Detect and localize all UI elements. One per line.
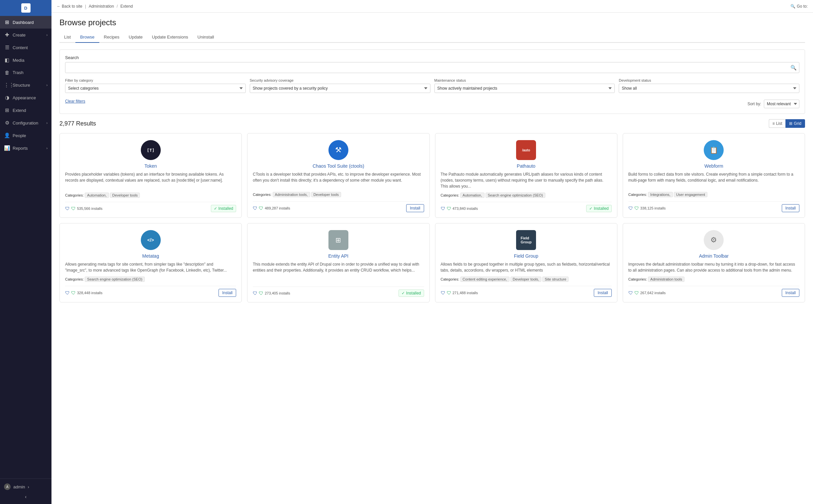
- back-to-site-link[interactable]: ← Back to site: [57, 4, 82, 9]
- category-tag[interactable]: Automation,: [85, 193, 109, 198]
- admin-user-row[interactable]: A admin ›: [3, 481, 49, 492]
- sidebar-item-appearance[interactable]: ◑ Appearance: [0, 91, 51, 104]
- clear-filters-link[interactable]: Clear filters: [65, 99, 85, 106]
- breadcrumb-extend[interactable]: Extend: [121, 4, 133, 9]
- sidebar-item-dashboard[interactable]: ⊞ Dashboard: [0, 16, 51, 29]
- card-footer: 🛡 🛡 489,287 installs Install: [253, 201, 424, 212]
- category-tag[interactable]: Integrations,: [648, 192, 673, 197]
- search-submit-button[interactable]: 🔍: [790, 65, 797, 71]
- sidebar-item-people[interactable]: 👤 People: [0, 129, 51, 142]
- sidebar-item-structure[interactable]: ⋮⋮ Structure ›: [0, 79, 51, 91]
- card-installs: 🛡 🛡 489,287 installs: [253, 206, 290, 211]
- shield-blue-icon: 🛡: [441, 206, 445, 211]
- sidebar-item-content[interactable]: ☰ Content: [0, 41, 51, 54]
- install-button[interactable]: Install: [406, 204, 424, 212]
- card-title[interactable]: Metatag: [65, 253, 236, 259]
- card-field-group: FieldGroup Field Group Allows fields to …: [435, 223, 617, 302]
- tab-update[interactable]: Update: [124, 32, 147, 43]
- shield-blue-icon: 🛡: [628, 206, 633, 211]
- tab-list[interactable]: List: [59, 32, 75, 43]
- grid-view-button[interactable]: ⊞ Grid: [785, 119, 805, 128]
- card-icon-wrap: ⚙: [628, 230, 799, 250]
- trash-icon: 🗑: [4, 70, 10, 75]
- category-tag[interactable]: Developer tools: [311, 192, 341, 197]
- admin-label: admin: [13, 484, 25, 489]
- install-button[interactable]: Install: [782, 204, 799, 212]
- card-categories: Categories: Integrations,User engagement: [628, 192, 799, 198]
- development-filter-select[interactable]: Show all: [619, 84, 799, 93]
- collapse-icon: ‹: [25, 494, 27, 499]
- security-filter-select[interactable]: Show projects covered by a security poli…: [250, 84, 430, 93]
- card-title[interactable]: Webform: [628, 163, 799, 169]
- breadcrumb-administration[interactable]: Administration: [89, 4, 114, 9]
- list-view-button[interactable]: ≡ List: [769, 119, 786, 128]
- category-tag[interactable]: User engagement: [674, 192, 707, 197]
- shield-blue-icon: 🛡: [253, 206, 257, 211]
- tabs-bar: List Browse Recipes Update Update Extens…: [59, 32, 805, 43]
- category-tag[interactable]: Automation,: [460, 193, 485, 198]
- card-entity-api: ⊞ Entity API This module extends the ent…: [247, 223, 429, 302]
- card-title[interactable]: Chaos Tool Suite (ctools): [253, 163, 424, 169]
- appearance-icon: ◑: [4, 95, 10, 101]
- card-categories: Categories: Automation,Search engine opt…: [441, 193, 612, 199]
- category-tag[interactable]: Site structure: [542, 277, 569, 282]
- chevron-right-icon: ›: [46, 121, 47, 125]
- category-tag[interactable]: Search engine optimization (SEO): [486, 193, 545, 198]
- category-tag[interactable]: Administration tools: [648, 277, 684, 282]
- card-description: This module extends the entity API of Dr…: [253, 261, 424, 283]
- category-tag[interactable]: Developer tools: [110, 193, 140, 198]
- category-tag[interactable]: Administration tools,: [273, 192, 310, 197]
- sidebar-item-create[interactable]: ✚ Create ›: [0, 29, 51, 41]
- sidebar-item-configuration[interactable]: ⚙ Configuration ›: [0, 117, 51, 129]
- card-footer: 🛡 🛡 271,488 installs Install: [441, 286, 612, 297]
- card-icon-wrap: 📋: [628, 140, 799, 160]
- tab-update-extensions[interactable]: Update Extensions: [147, 32, 193, 43]
- installs-count: 328,448 installs: [77, 291, 102, 295]
- shield-green-icon: 🛡: [447, 206, 451, 211]
- sidebar-item-media[interactable]: ◧ Media: [0, 54, 51, 66]
- install-button[interactable]: Install: [594, 289, 611, 297]
- sidebar-item-reports[interactable]: 📊 Reports ›: [0, 142, 51, 154]
- tab-browse[interactable]: Browse: [75, 32, 99, 43]
- sort-select[interactable]: Most relevant: [764, 100, 799, 108]
- card-title[interactable]: Pathauto: [441, 163, 612, 169]
- dashboard-icon: ⊞: [4, 19, 10, 25]
- sidebar-item-extend[interactable]: ⊞ Extend: [0, 104, 51, 117]
- chevron-right-icon: ›: [46, 83, 47, 87]
- card-icon-wrap: ⊞: [253, 230, 424, 250]
- install-button[interactable]: Install: [219, 289, 236, 297]
- shield-blue-icon: 🛡: [628, 290, 633, 295]
- card-categories: Categories: Administration tools: [628, 277, 799, 283]
- tab-uninstall[interactable]: Uninstall: [193, 32, 219, 43]
- maintenance-filter-select[interactable]: Show actively maintained projects: [434, 84, 615, 93]
- category-tag[interactable]: Developer tools,: [510, 277, 542, 282]
- tab-recipes[interactable]: Recipes: [99, 32, 124, 43]
- card-title[interactable]: Entity API: [253, 253, 424, 259]
- goto-button[interactable]: 🔍 Go to:: [790, 4, 808, 9]
- card-footer: 🛡 🛡 328,448 installs Install: [65, 286, 236, 297]
- card-title[interactable]: Admin Toolbar: [628, 253, 799, 259]
- installs-count: 273,405 installs: [265, 291, 290, 295]
- sidebar-item-trash[interactable]: 🗑 Trash: [0, 66, 51, 79]
- card-token: [T] Token Provides placeholder variables…: [59, 133, 242, 218]
- install-button[interactable]: Install: [782, 289, 799, 297]
- sidebar-item-label: Configuration: [13, 121, 38, 126]
- category-tag[interactable]: Search engine optimization (SEO): [85, 277, 144, 282]
- sidebar-collapse-button[interactable]: ‹: [3, 492, 49, 501]
- category-filter-select[interactable]: Select categories: [65, 84, 246, 93]
- sidebar-item-label: Media: [13, 58, 24, 63]
- sidebar-item-label: Structure: [13, 83, 30, 88]
- content-icon: ☰: [4, 44, 10, 50]
- card-title[interactable]: Field Group: [441, 253, 612, 259]
- card-installs: 🛡 🛡 535,566 installs: [65, 206, 102, 211]
- category-tag[interactable]: Content editing experience,: [460, 277, 509, 282]
- card-footer: 🛡 🛡 535,566 installs ✓ Installed: [65, 202, 236, 212]
- shield-blue-icon: 🛡: [65, 206, 70, 211]
- search-input[interactable]: [65, 62, 799, 73]
- card-icon-wrap: ⚒: [253, 140, 424, 160]
- breadcrumb-separator2: /: [117, 4, 118, 9]
- category-filter: Filter by category Select categories: [65, 78, 246, 93]
- card-title[interactable]: Token: [65, 163, 236, 169]
- card-footer: 🛡 🛡 473,840 installs ✓ Installed: [441, 202, 612, 212]
- page-title: Browse projects: [59, 18, 805, 27]
